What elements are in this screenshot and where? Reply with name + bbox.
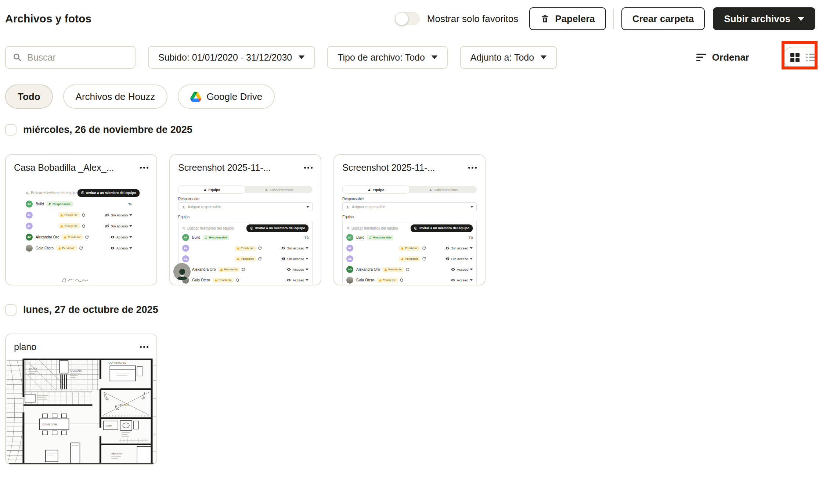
chip-drive-label: Google Drive [206, 91, 262, 102]
refresh-icon [422, 257, 426, 261]
thumb-member-row: AZBuildResponsableTú [26, 198, 132, 209]
chevron-down-icon [432, 55, 437, 59]
date-filter-dropdown[interactable]: Subido: 01/01/2020 - 31/12/2030 [148, 46, 315, 69]
file-thumbnail: Buscar miembros del equipo Invitar a un … [26, 189, 132, 285]
svg-text:COCINA: COCINA [71, 369, 82, 372]
warning-icon [60, 225, 63, 227]
person-plus-icon [48, 202, 51, 206]
search-box[interactable] [5, 46, 136, 69]
file-title: Casa Bobadilla _Alex_... [14, 162, 114, 173]
refresh-icon [400, 278, 404, 282]
warning-icon [60, 214, 63, 216]
upload-button[interactable]: Subir archivos [713, 7, 815, 30]
thumb-member-row: AZBuildResponsableTú [182, 232, 309, 243]
thumb-invite-button: Invitar a un miembro del equipo [77, 189, 140, 197]
grid-view-icon[interactable] [790, 53, 800, 62]
create-folder-button[interactable]: Crear carpeta [621, 7, 705, 30]
eye-icon [286, 278, 291, 282]
section-select-checkbox[interactable] [5, 124, 17, 136]
person-plus-icon [369, 236, 372, 239]
files-photos-page: Archivos y fotos Mostrar solo favoritos … [0, 0, 819, 504]
thumb-assign-field: Asignar responsable [342, 202, 477, 211]
file-card[interactable]: Casa Bobadilla _Alex_... Buscar miembros… [5, 154, 157, 285]
thumb-member-avatar: AL [26, 223, 33, 230]
chevron-down-icon [306, 269, 309, 270]
file-card-header: Screenshot 2025-11-... [334, 155, 485, 173]
file-menu-button[interactable] [139, 344, 149, 350]
file-thumbnail: Equipo Subcontratistas Responsable Asign… [342, 186, 477, 285]
thumb-member-list: AZBuildResponsableTúALPendienteSin acces… [346, 232, 473, 285]
file-thumbnail: Equipo Subcontratistas Responsable Asign… [178, 186, 313, 285]
thumb-member-name: Alexandra Oro [192, 267, 216, 271]
search-input[interactable] [26, 52, 128, 63]
chevron-down-icon [306, 279, 309, 281]
refresh-icon [82, 224, 86, 228]
thumb-status-badge: Pendiente [218, 267, 239, 272]
thumb-access-control: Acceso [110, 246, 132, 251]
thumb-member-avatar: AL [182, 245, 189, 252]
thumb-team-panel: Buscar miembros del equipo Invitar a un … [342, 221, 477, 285]
chip-google-drive[interactable]: Google Drive [178, 84, 275, 109]
eye-off-icon [281, 246, 286, 251]
chip-archivos-houzz[interactable]: Archivos de Houzz [63, 84, 168, 109]
thumb-status-badge: Pendiente [62, 234, 83, 240]
thumb-member-name: Gala Otero [356, 278, 374, 282]
date-filter-value: Subido: 01/01/2020 - 31/12/2030 [158, 52, 292, 63]
thumb-status-badge: Responsable [46, 201, 73, 206]
file-card[interactable]: Screenshot 2025-11-... Equipo Subcontrat… [169, 154, 321, 285]
file-menu-button[interactable] [139, 165, 149, 171]
file-type-filter-value: Tipo de archivo: Todo [338, 52, 425, 63]
favorites-toggle[interactable] [395, 12, 420, 25]
chevron-down-icon [129, 247, 132, 249]
svg-text:COMEDOR: COMEDOR [42, 423, 57, 426]
google-drive-icon [190, 92, 201, 102]
thumb-tab-subcontratistas: Subcontratistas [246, 186, 313, 193]
thumb-access-control: Acceso [286, 267, 309, 272]
sort-button[interactable]: Ordenar [696, 52, 749, 63]
file-menu-button[interactable] [468, 165, 477, 171]
refresh-icon [258, 246, 262, 250]
thumb-access-control: Tú [304, 235, 309, 240]
thumb-invite-button: Invitar a un miembro del equipo [411, 224, 473, 232]
attached-to-filter-dropdown[interactable]: Adjunto a: Todo [460, 46, 557, 69]
thumb-tab-equipo: Equipo [178, 186, 246, 194]
file-menu-button[interactable] [303, 165, 313, 171]
trash-button-label: Papelera [555, 13, 595, 25]
thumb-tab-subcontratistas: Subcontratistas [410, 186, 477, 193]
warning-icon [220, 268, 223, 271]
section-select-checkbox[interactable] [5, 304, 17, 316]
thumb-member-row: ALPendienteSin acceso [346, 253, 473, 264]
warning-icon [237, 247, 239, 249]
file-card[interactable]: Screenshot 2025-11-... Equipo Subcontrat… [333, 154, 486, 285]
thumb-member-avatar: AL [182, 255, 189, 262]
date-section-label: miércoles, 26 de noviembre de 2025 [23, 124, 192, 136]
thumb-access-control: Sin acceso [281, 246, 309, 251]
date-section-header: miércoles, 26 de noviembre de 2025 [5, 124, 192, 136]
thumb-member-list: AZBuildResponsableTúALPendienteSin acces… [26, 198, 132, 253]
chip-houzz-label: Archivos de Houzz [76, 91, 155, 102]
svg-text:DORMITORIO: DORMITORIO [108, 361, 126, 364]
file-type-filter-dropdown[interactable]: Tipo de archivo: Todo [327, 46, 448, 69]
thumb-access-control: Sin acceso [445, 246, 473, 251]
thumb-status-badge: Pendiente [58, 223, 79, 228]
thumb-access-control: Acceso [286, 278, 309, 282]
thumb-status-badge: Pendiente [56, 245, 77, 251]
chevron-down-icon [306, 258, 309, 260]
eye-icon [110, 235, 115, 240]
thumb-status-badge: Pendiente [382, 267, 403, 272]
trash-icon [540, 14, 550, 24]
thumb-team-panel: Buscar miembros del equipo Invitar a un … [178, 221, 313, 285]
chip-todo[interactable]: Todo [5, 84, 53, 109]
refresh-icon [85, 235, 89, 239]
top-bar: Archivos y fotos Mostrar solo favoritos … [5, 7, 815, 31]
signature-mark [61, 276, 90, 284]
thumb-access-control: Tú [128, 202, 132, 206]
thumb-member-avatar: AZ [182, 234, 189, 241]
trash-button[interactable]: Papelera [529, 7, 606, 30]
file-card[interactable]: plano BAÑO COCIN [5, 334, 157, 465]
thumb-member-row: AOAlexandra OroPendienteAcceso [182, 264, 309, 275]
eye-icon [451, 267, 455, 272]
thumb-member-avatar: AO [346, 266, 353, 273]
list-view-icon[interactable] [806, 54, 815, 61]
thumb-member-row: Gala OteroPendienteAcceso [182, 275, 309, 285]
